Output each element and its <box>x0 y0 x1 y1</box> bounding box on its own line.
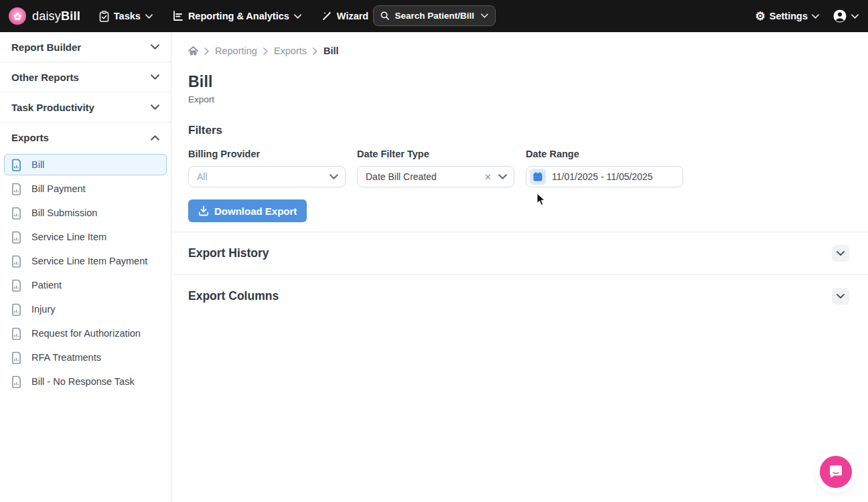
report-doc-icon <box>11 351 21 364</box>
breadcrumb-exports[interactable]: Exports <box>274 46 307 56</box>
page-header: Bill Export <box>172 56 868 104</box>
chevron-down-icon <box>294 14 301 19</box>
nav-wizard[interactable]: Wizard <box>321 11 380 21</box>
billing-provider-value: All <box>197 171 330 182</box>
nav-tasks[interactable]: Tasks <box>99 11 153 22</box>
chevron-down-icon <box>481 13 488 18</box>
date-range-value: 11/01/2025 - 11/05/2025 <box>552 171 676 182</box>
item-label: Bill - No Response Task <box>31 376 135 387</box>
date-range-input[interactable]: 11/01/2025 - 11/05/2025 <box>526 166 683 187</box>
section-label: Report Builder <box>11 41 81 53</box>
chevron-down-icon <box>151 74 159 80</box>
sidebar-section-exports[interactable]: Exports <box>0 122 171 153</box>
magic-wand-icon <box>321 11 332 21</box>
home-icon[interactable] <box>188 46 198 56</box>
item-label: Bill Payment <box>31 183 86 194</box>
section-label: Exports <box>11 132 49 143</box>
sidebar-item-rfa-treatments[interactable]: RFA Treatments <box>4 347 167 368</box>
nav-tasks-label: Tasks <box>114 11 141 21</box>
nav-reporting-analytics[interactable]: Reporting & Analytics <box>173 11 301 21</box>
sidebar-item-bill-no-response-task[interactable]: Bill - No Response Task <box>4 371 167 392</box>
chevron-down-icon <box>812 14 819 19</box>
report-doc-icon <box>11 255 21 268</box>
nav-wizard-label: Wizard <box>337 11 368 21</box>
report-doc-icon <box>11 303 21 316</box>
search-label: Search Patient/Bill <box>395 11 475 21</box>
sidebar-item-bill-payment[interactable]: Bill Payment <box>4 178 167 199</box>
date-range-label: Date Range <box>526 149 683 159</box>
daisy-flower-icon: ✿ <box>9 7 26 25</box>
sidebar-section-other-reports[interactable]: Other Reports <box>0 62 171 92</box>
account-menu[interactable] <box>833 9 859 23</box>
chevron-down-icon <box>330 174 338 179</box>
sidebar-item-bill[interactable]: Bill <box>4 154 167 175</box>
section-label: Task Productivity <box>11 102 94 113</box>
breadcrumb-reporting[interactable]: Reporting <box>215 46 257 56</box>
search-patient-bill[interactable]: Search Patient/Bill <box>373 5 496 26</box>
page-subtitle: Export <box>188 94 868 104</box>
breadcrumb: Reporting Exports Bill <box>172 32 868 56</box>
page-title: Bill <box>188 73 868 91</box>
sidebar-section-task-productivity[interactable]: Task Productivity <box>0 92 171 122</box>
chat-bubble-icon <box>828 465 843 479</box>
gear-icon: ⚙ <box>755 11 766 22</box>
breadcrumb-separator-icon <box>204 48 209 55</box>
sidebar-item-bill-submission[interactable]: Bill Submission <box>4 202 167 224</box>
billing-provider-field: Billing Provider All <box>188 149 346 187</box>
sidebar-section-report-builder[interactable]: Report Builder <box>0 32 171 62</box>
export-columns-expand-button[interactable] <box>832 288 849 305</box>
report-doc-icon <box>11 375 21 388</box>
export-columns-panel: Export Columns <box>172 274 868 317</box>
clear-icon[interactable]: ✕ <box>484 172 492 182</box>
report-doc-icon <box>11 231 21 244</box>
billing-provider-select[interactable]: All <box>188 166 346 187</box>
nav-settings-label: Settings <box>770 11 808 21</box>
daisybill-logo[interactable]: ✿ daisyBill <box>0 7 90 25</box>
chevron-down-icon <box>837 251 845 256</box>
search-icon <box>380 11 390 21</box>
breadcrumb-current: Bill <box>323 46 339 56</box>
sidebar-item-patient[interactable]: Patient <box>4 274 167 296</box>
report-doc-icon <box>11 207 21 220</box>
export-columns-title: Export Columns <box>188 289 279 303</box>
breadcrumb-separator-icon <box>263 48 268 55</box>
date-range-field: Date Range 11/01/2025 - <box>526 149 683 187</box>
user-avatar-icon <box>833 9 847 23</box>
chevron-down-icon <box>151 104 159 110</box>
nav-reporting-label: Reporting & Analytics <box>188 11 289 21</box>
download-export-label: Download Export <box>214 205 297 217</box>
bar-chart-icon <box>173 11 184 21</box>
chevron-down-icon <box>498 174 507 179</box>
chevron-down-icon <box>837 294 845 299</box>
chevron-down-icon <box>145 14 153 19</box>
report-doc-icon <box>11 183 21 195</box>
export-history-panel: Export History <box>172 232 868 274</box>
section-label: Other Reports <box>11 72 79 83</box>
item-label: Patient <box>31 280 62 290</box>
download-icon <box>198 205 209 216</box>
report-doc-icon <box>11 279 21 292</box>
filters-heading: Filters <box>188 124 868 137</box>
main-content: Reporting Exports Bill Bill Export Filte… <box>172 32 868 502</box>
main-nav: Tasks Reporting & Analytics Wizard <box>99 11 380 22</box>
sidebar-item-injury[interactable]: Injury <box>4 299 167 320</box>
item-label: Service Line Item <box>31 232 106 242</box>
chevron-down-icon <box>851 14 859 19</box>
navbar-right: ⚙ Settings <box>755 0 859 32</box>
nav-settings[interactable]: ⚙ Settings <box>755 11 819 22</box>
sidebar-item-service-line-item[interactable]: Service Line Item <box>4 226 167 248</box>
chevron-down-icon <box>151 44 159 50</box>
top-navbar: ✿ daisyBill Tasks Reporting & Analytics <box>0 0 868 32</box>
item-label: Bill <box>31 159 44 170</box>
chat-launcher-button[interactable] <box>820 456 852 488</box>
date-filter-type-field: Date Filter Type Date Bill Created ✕ <box>357 149 514 187</box>
sidebar-item-request-for-authorization[interactable]: Request for Authorization <box>4 323 167 344</box>
calendar-icon[interactable] <box>530 169 546 185</box>
export-history-expand-button[interactable] <box>832 245 849 262</box>
sidebar-item-service-line-item-payment[interactable]: Service Line Item Payment <box>4 250 167 272</box>
date-filter-type-select[interactable]: Date Bill Created ✕ <box>357 166 514 187</box>
export-history-title: Export History <box>188 246 269 260</box>
filters-section: Filters Billing Provider All Date Filter… <box>172 104 868 187</box>
download-export-button[interactable]: Download Export <box>188 199 307 222</box>
billing-provider-label: Billing Provider <box>188 149 346 159</box>
